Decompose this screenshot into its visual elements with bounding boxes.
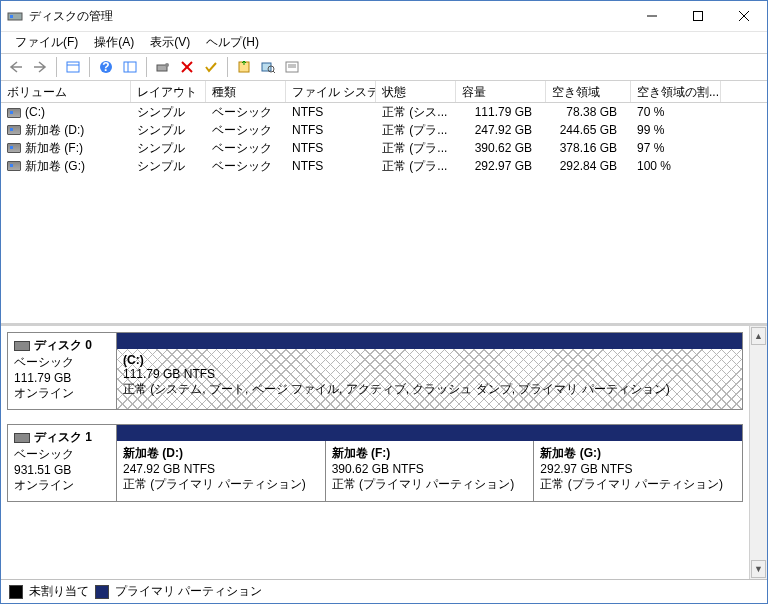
partition-sub: 111.79 GB NTFS [123, 367, 215, 381]
view-list-button[interactable] [62, 56, 84, 78]
volume-freepct: 70 % [631, 104, 721, 120]
volume-free: 244.65 GB [546, 122, 631, 138]
volume-layout: シンプル [131, 121, 206, 140]
delete-button[interactable] [176, 56, 198, 78]
volume-capacity: 292.97 GB [456, 158, 546, 174]
col-freepct[interactable]: 空き領域の割... [631, 81, 721, 102]
volume-freepct: 97 % [631, 140, 721, 156]
volume-status: 正常 (プラ... [376, 157, 456, 176]
partition[interactable]: (C:)111.79 GB NTFS正常 (システム, ブート, ページ ファイ… [117, 349, 742, 409]
volume-type: ベーシック [206, 103, 286, 122]
content-area: ボリューム レイアウト 種類 ファイル システム 状態 容量 空き領域 空き領域… [1, 81, 767, 603]
view-graphical-button[interactable] [119, 56, 141, 78]
scroll-thumb[interactable] [750, 346, 767, 559]
partition-desc: 正常 (プライマリ パーティション) [540, 477, 723, 491]
volume-free: 78.38 GB [546, 104, 631, 120]
disk-row: ディスク 0ベーシック111.79 GBオンライン(C:)111.79 GB N… [7, 332, 743, 410]
volume-list-header: ボリューム レイアウト 種類 ファイル システム 状態 容量 空き領域 空き領域… [1, 81, 767, 103]
maximize-button[interactable] [675, 1, 721, 31]
volume-free: 292.84 GB [546, 158, 631, 174]
volume-row[interactable]: 新加卷 (F:)シンプルベーシックNTFS正常 (プラ...390.62 GB3… [1, 139, 767, 157]
volume-type: ベーシック [206, 139, 286, 158]
volume-type: ベーシック [206, 121, 286, 140]
close-button[interactable] [721, 1, 767, 31]
scroll-down-button[interactable]: ▼ [751, 560, 766, 578]
volume-list-body[interactable]: (C:)シンプルベーシックNTFS正常 (シス...111.79 GB78.38… [1, 103, 767, 175]
disk-size: 111.79 GB [14, 371, 110, 385]
partition[interactable]: 新加卷 (D:)247.92 GB NTFS正常 (プライマリ パーティション) [117, 441, 326, 501]
menu-help[interactable]: ヘルプ(H) [198, 32, 267, 53]
disk-type: ベーシック [14, 354, 110, 371]
svg-text:?: ? [102, 60, 109, 74]
partition-title: 新加卷 (D:) [123, 446, 183, 460]
disk-icon [14, 433, 30, 443]
window-title: ディスクの管理 [29, 8, 629, 25]
disk-state: オンライン [14, 385, 110, 402]
col-free[interactable]: 空き領域 [546, 81, 631, 102]
apply-button[interactable] [200, 56, 222, 78]
settings-button[interactable] [152, 56, 174, 78]
svg-rect-17 [262, 63, 271, 71]
col-type[interactable]: 種類 [206, 81, 286, 102]
vertical-scrollbar[interactable]: ▲ ▼ [749, 326, 767, 579]
properties-button[interactable] [281, 56, 303, 78]
app-icon [7, 8, 23, 24]
svg-rect-6 [67, 62, 79, 72]
col-fs[interactable]: ファイル システム [286, 81, 376, 102]
volume-capacity: 247.92 GB [456, 122, 546, 138]
col-status[interactable]: 状態 [376, 81, 456, 102]
disk-info[interactable]: ディスク 0ベーシック111.79 GBオンライン [7, 332, 117, 410]
col-capacity[interactable]: 容量 [456, 81, 546, 102]
minimize-button[interactable] [629, 1, 675, 31]
titlebar[interactable]: ディスクの管理 [1, 1, 767, 31]
forward-button[interactable] [29, 56, 51, 78]
legend-swatch-primary [95, 585, 109, 599]
partition-title: 新加卷 (F:) [332, 446, 391, 460]
volume-row[interactable]: (C:)シンプルベーシックNTFS正常 (シス...111.79 GB78.38… [1, 103, 767, 121]
refresh-button[interactable] [233, 56, 255, 78]
legend-label-primary: プライマリ パーティション [115, 583, 262, 600]
svg-point-13 [165, 63, 169, 67]
partition[interactable]: 新加卷 (F:)390.62 GB NTFS正常 (プライマリ パーティション) [326, 441, 535, 501]
help-button[interactable]: ? [95, 56, 117, 78]
volume-layout: シンプル [131, 157, 206, 176]
volume-fs: NTFS [286, 140, 376, 156]
partition-header-bar [117, 425, 742, 441]
volume-layout: シンプル [131, 103, 206, 122]
partition-header-bar [117, 333, 742, 349]
menu-view[interactable]: 表示(V) [142, 32, 198, 53]
partition[interactable]: 新加卷 (G:)292.97 GB NTFS正常 (プライマリ パーティション) [534, 441, 742, 501]
volume-row[interactable]: 新加卷 (D:)シンプルベーシックNTFS正常 (プラ...247.92 GB2… [1, 121, 767, 139]
rescan-button[interactable] [257, 56, 279, 78]
scroll-up-button[interactable]: ▲ [751, 327, 766, 345]
partition-desc: 正常 (プライマリ パーティション) [123, 477, 306, 491]
volume-name: 新加卷 (G:) [25, 159, 85, 173]
volume-freepct: 100 % [631, 158, 721, 174]
volume-name: 新加卷 (D:) [25, 123, 84, 137]
volume-icon [7, 143, 21, 153]
volume-layout: シンプル [131, 139, 206, 158]
legend: 未割り当て プライマリ パーティション [1, 579, 767, 603]
disk-state: オンライン [14, 477, 110, 494]
legend-swatch-unallocated [9, 585, 23, 599]
partition-desc: 正常 (システム, ブート, ページ ファイル, アクティブ, クラッシュ ダン… [123, 382, 670, 396]
partition-row: (C:)111.79 GB NTFS正常 (システム, ブート, ページ ファイ… [117, 349, 742, 409]
volume-row[interactable]: 新加卷 (G:)シンプルベーシックNTFS正常 (プラ...292.97 GB2… [1, 157, 767, 175]
menubar: ファイル(F) 操作(A) 表示(V) ヘルプ(H) [1, 31, 767, 53]
disk-info[interactable]: ディスク 1ベーシック931.51 GBオンライン [7, 424, 117, 502]
back-button[interactable] [5, 56, 27, 78]
menu-file[interactable]: ファイル(F) [7, 32, 86, 53]
col-volume[interactable]: ボリューム [1, 81, 131, 102]
menu-action[interactable]: 操作(A) [86, 32, 142, 53]
volume-icon [7, 108, 21, 118]
volume-capacity: 111.79 GB [456, 104, 546, 120]
svg-line-19 [273, 71, 275, 73]
volume-type: ベーシック [206, 157, 286, 176]
disk-scroll[interactable]: ディスク 0ベーシック111.79 GBオンライン(C:)111.79 GB N… [1, 326, 749, 579]
volume-status: 正常 (シス... [376, 103, 456, 122]
disk-label: ディスク 0 [34, 338, 92, 352]
disk-type: ベーシック [14, 446, 110, 463]
svg-rect-1 [10, 15, 13, 18]
col-layout[interactable]: レイアウト [131, 81, 206, 102]
volume-icon [7, 125, 21, 135]
